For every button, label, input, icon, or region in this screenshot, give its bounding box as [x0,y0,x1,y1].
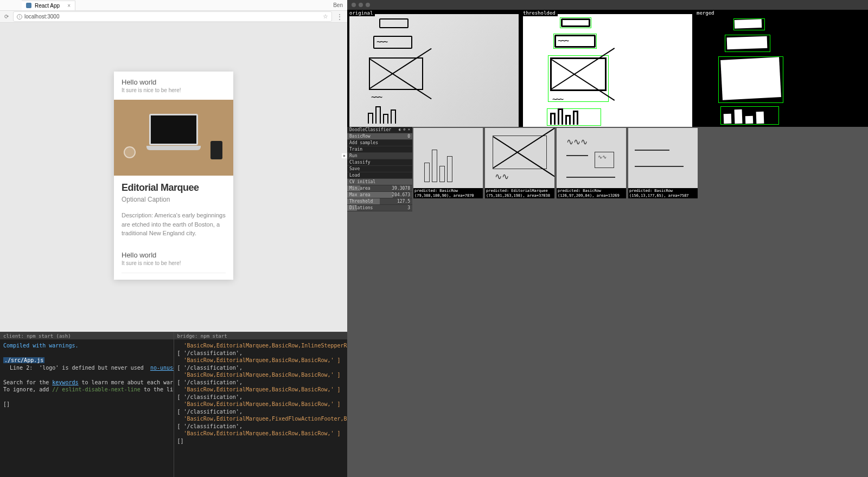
close-light[interactable] [352,3,356,7]
row-subtitle: It sure is nice to be here! [122,87,226,93]
browser-viewport: Hello world It sure is nice to be here! [0,23,347,332]
terminal-output: Compiled with warnings. ./src/App.js Lin… [0,340,174,477]
marquee-title: Editorial Marquee [122,182,226,194]
sample-thumbnail[interactable]: predicted: BasicRow(79,388,180,90), area… [413,128,483,198]
view-label: thresholded [521,10,558,16]
action-classify[interactable]: Classify [347,159,412,166]
laptop-icon [146,114,201,157]
cv-view-thresholded: thresholded [521,10,694,127]
menu-icon[interactable]: ⋮ [336,13,343,21]
browser-tab-strip: React App × Ben [0,0,347,11]
row-title: Hello world [122,78,226,86]
control-panel: DoodleClassifier◐ ⊘ ✕ BasicRow0 Add samp… [347,127,412,211]
sample-thumbnail[interactable]: ∿∿ predicted: EditorialMarquee(75,181,26… [485,128,554,198]
terminal-tab[interactable]: client: npm start (ash) [0,332,174,340]
class-selector[interactable]: BasicRow0 [347,133,412,140]
reload-icon[interactable]: ⟳ [4,14,9,20]
zoom-light[interactable] [366,3,370,7]
terminal-right[interactable]: bridge: npm start 'BasicRow,EditorialMar… [174,332,348,477]
cv-view-merged: merged [694,10,868,127]
param-dilations[interactable]: Dilations3 [347,205,412,211]
param-threshold[interactable]: Threshold127.5 [347,198,412,205]
action-save[interactable]: Save [347,166,412,172]
star-icon[interactable]: ☆ [323,13,328,20]
divider [122,273,226,273]
browser-user: Ben [333,2,343,8]
terminal-left[interactable]: client: npm start (ash) Compiled with wa… [0,332,174,477]
action-add-samples[interactable]: Add samples [347,140,412,146]
samples-row: predicted: BasicRow(79,388,180,90), area… [412,127,699,211]
info-icon[interactable]: i [17,14,22,20]
row-subtitle: It sure is nice to be here! [122,260,226,266]
address-bar: ⟳ i localhost:3000 ☆ ⋮ [0,11,347,23]
cv-view-original: original [347,10,521,127]
action-load[interactable]: Load [347,172,412,179]
browser-window: React App × Ben ⟳ i localhost:3000 ☆ ⋮ H… [0,0,347,332]
cv-section-header: CV initial [347,179,412,185]
action-run[interactable]: ✕ Run [347,153,412,159]
favicon-icon [26,3,31,8]
basic-row: Hello world It sure is nice to be here! [114,244,233,273]
window-controls [347,0,868,10]
glass-icon [124,146,136,158]
marquee-image [114,100,233,176]
row-title: Hello world [122,251,226,259]
cv-views-row: original thresholded [347,10,868,127]
marquee-caption: Optional Caption [122,196,226,203]
view-label: merged [694,10,717,16]
url-input[interactable]: i localhost:3000 ☆ [13,11,332,22]
cv-app-window: original thresholded [347,0,868,477]
cv-controls-row: DoodleClassifier◐ ⊘ ✕ BasicRow0 Add samp… [347,127,868,211]
terminal-output: 'BasicRow,EditorialMarquee,BasicRow,Inli… [174,340,348,477]
terminal-panel: client: npm start (ash) Compiled with wa… [0,332,347,477]
panel-title: DoodleClassifier◐ ⊘ ✕ [347,127,412,133]
param-min-area[interactable]: Min.area39.3078 [347,185,412,192]
browser-tab[interactable]: React App × [22,1,75,10]
app-preview-card: Hello world It sure is nice to be here! [114,72,233,280]
close-icon[interactable]: × [67,3,71,9]
terminal-tab[interactable]: bridge: npm start [174,332,348,340]
sample-thumbnail[interactable]: predicted: BasicRow(156,13,177,65), area… [628,128,698,198]
action-train[interactable]: Train [347,146,412,153]
minimize-light[interactable] [359,3,363,7]
sample-thumbnail[interactable]: ∿∿∿ ∿∿ predicted: BasicRow(126,97,209,84… [557,128,626,198]
url-text: localhost:3000 [24,14,60,20]
editorial-marquee: Editorial Marquee Optional Caption Descr… [114,176,233,244]
param-max-area[interactable]: Max area204.673 [347,192,412,198]
tab-title: React App [35,3,60,9]
marquee-description: Description: America's early beginnings … [122,211,226,238]
view-label: original [347,10,375,16]
basic-row: Hello world It sure is nice to be here! [114,72,233,100]
phone-icon [210,141,222,159]
